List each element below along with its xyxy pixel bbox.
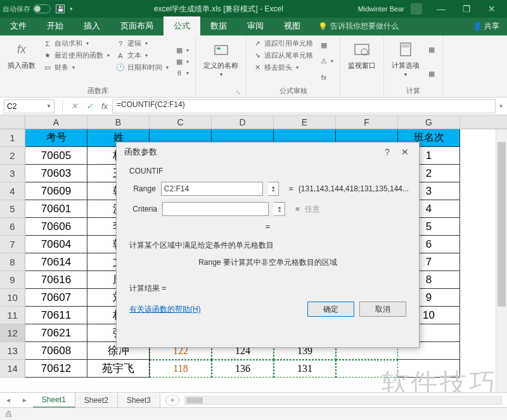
cell[interactable] — [398, 360, 460, 378]
select-all-corner[interactable] — [0, 115, 25, 129]
cell[interactable]: 118 — [150, 360, 212, 378]
cell[interactable]: 70612 — [25, 360, 87, 378]
col-header-c[interactable]: C — [150, 115, 212, 129]
sheet-tab-3[interactable]: Sheet3 — [118, 393, 160, 407]
row-header[interactable]: 7 — [0, 236, 25, 253]
criteria-input[interactable] — [162, 202, 269, 216]
range-input[interactable]: C2:F14 — [161, 182, 263, 196]
tab-layout[interactable]: 页面布局 — [110, 16, 164, 35]
formula-expand-button[interactable]: ▾ — [496, 102, 507, 110]
calc-sheet-button[interactable]: ▦ — [426, 68, 437, 79]
trace-precedents-button[interactable]: ➚追踪引用单元格 — [252, 38, 314, 49]
cell[interactable]: 70606 — [25, 218, 87, 236]
math-button[interactable]: θ▾ — [174, 68, 190, 78]
evaluate-button[interactable]: fx — [318, 72, 335, 82]
datetime-button[interactable]: 🕐日期和时间▾ — [115, 62, 170, 73]
cell[interactable]: 131 — [274, 360, 336, 378]
text-button[interactable]: A文本▾ — [115, 50, 170, 61]
cell[interactable]: 70608 — [25, 342, 87, 360]
row-header[interactable]: 1 — [0, 129, 25, 147]
expand-icon[interactable]: ⤡ — [236, 89, 241, 96]
scroll-thumb[interactable] — [497, 142, 506, 307]
watch-window-button[interactable]: 监视窗口 — [345, 38, 378, 94]
autosum-button[interactable]: Σ自动求和▾ — [42, 38, 111, 49]
cell[interactable]: 70614 — [25, 253, 87, 271]
remove-arrows-button[interactable]: ✕移去箭头▾ — [252, 62, 314, 73]
cell[interactable]: 70616 — [25, 271, 87, 289]
add-sheet-button[interactable]: + — [165, 395, 179, 406]
cell[interactable]: 苑宇飞 — [87, 360, 150, 378]
formula-cancel-button[interactable]: ✕ — [67, 101, 82, 111]
cell[interactable]: 70621 — [25, 324, 87, 342]
qat-dropdown-icon[interactable]: ▾ — [70, 6, 73, 12]
fx-button[interactable]: fx — [97, 101, 112, 111]
dialog-close-button[interactable]: ✕ — [396, 147, 414, 157]
share-button[interactable]: 👤 共享 — [465, 18, 507, 35]
more-functions-button[interactable]: ▦▾ — [174, 45, 190, 55]
sheet-tab-1[interactable]: Sheet1 — [33, 393, 75, 408]
row-header[interactable]: 2 — [0, 147, 25, 165]
cell[interactable] — [336, 360, 398, 378]
cell[interactable]: 考号 — [25, 129, 87, 147]
col-header-e[interactable]: E — [274, 115, 336, 129]
close-window-button[interactable]: ✕ — [479, 4, 504, 14]
logical-button[interactable]: ?逻辑▾ — [115, 38, 170, 49]
cell[interactable]: 70604 — [25, 236, 87, 253]
show-formulas-button[interactable]: ▦ — [318, 41, 335, 51]
row-header[interactable]: 14 — [0, 360, 25, 378]
row-header[interactable]: 4 — [0, 182, 25, 200]
sheet-nav-next[interactable]: ► — [16, 397, 33, 404]
ok-button[interactable]: 确定 — [307, 302, 354, 317]
row-header[interactable]: 10 — [0, 289, 25, 307]
col-header-b[interactable]: B — [87, 115, 150, 129]
cell[interactable]: 70611 — [25, 307, 87, 324]
row-header[interactable]: 6 — [0, 218, 25, 236]
calc-now-button[interactable]: ▦ — [426, 44, 437, 54]
calc-options-button[interactable]: 计算选项 ▾ — [389, 38, 422, 85]
tab-insert[interactable]: 插入 — [74, 16, 110, 35]
row-header[interactable]: 8 — [0, 253, 25, 271]
name-box[interactable]: C2▼ — [4, 99, 55, 113]
autosave-toggle[interactable]: 自动保存 — [3, 4, 51, 14]
range-ref-button[interactable]: ↥ — [268, 182, 279, 196]
cell[interactable]: 136 — [212, 360, 274, 378]
hscroll-thumb[interactable] — [186, 397, 203, 404]
financial-button[interactable]: ▭财务▾ — [42, 62, 111, 73]
row-header[interactable]: 13 — [0, 342, 25, 360]
formula-accept-button[interactable]: ✓ — [82, 101, 97, 111]
criteria-ref-button[interactable]: ↥ — [274, 202, 285, 216]
save-icon[interactable]: 💾 — [56, 4, 65, 13]
col-header-g[interactable]: G — [398, 115, 460, 129]
sheet-nav-prev[interactable]: ◄ — [0, 397, 16, 404]
function-help-link[interactable]: 有关该函数的帮助(H) — [129, 304, 201, 315]
tab-home[interactable]: 开始 — [37, 16, 74, 35]
dialog-help-button[interactable]: ? — [378, 147, 396, 157]
horizontal-scrollbar[interactable] — [184, 396, 502, 405]
row-header[interactable]: 11 — [0, 307, 25, 324]
col-header-d[interactable]: D — [212, 115, 274, 129]
recent-functions-button[interactable]: ★最近使用的函数▾ — [42, 50, 111, 61]
cell[interactable]: 70607 — [25, 289, 87, 307]
toggle-switch-icon[interactable] — [33, 4, 51, 13]
cell[interactable]: 70605 — [25, 147, 87, 165]
tab-data[interactable]: 数据 — [200, 16, 237, 35]
tell-me[interactable]: 💡告诉我你想要做什么 — [311, 21, 465, 35]
cell[interactable]: 70601 — [25, 200, 87, 218]
tab-view[interactable]: 视图 — [274, 16, 311, 35]
error-check-button[interactable]: ⚠▾ — [318, 56, 335, 67]
cell[interactable]: 70603 — [25, 165, 87, 182]
tab-review[interactable]: 审阅 — [237, 16, 274, 35]
cancel-button[interactable]: 取消 — [359, 302, 406, 317]
define-name-button[interactable]: 定义的名称 ▾ — [201, 38, 241, 94]
row-header[interactable]: 5 — [0, 200, 25, 218]
sheet-tab-2[interactable]: Sheet2 — [75, 393, 118, 407]
col-header-a[interactable]: A — [25, 115, 87, 129]
user-avatar-icon[interactable] — [411, 3, 422, 15]
user-name[interactable]: Midwinter Bear — [358, 5, 404, 13]
cell[interactable]: 70609 — [25, 182, 87, 200]
formula-input[interactable]: =COUNTIF(C2:F14) — [112, 99, 496, 113]
restore-button[interactable]: ❐ — [454, 4, 479, 14]
lookup-button[interactable]: ▦▾ — [174, 56, 190, 67]
tab-formula[interactable]: 公式 — [164, 16, 200, 35]
row-header[interactable]: 3 — [0, 165, 25, 182]
